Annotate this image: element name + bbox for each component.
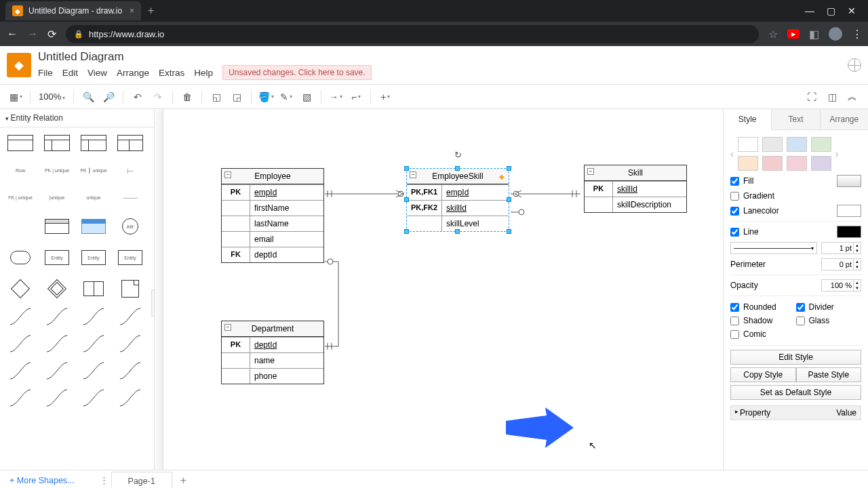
tab-arrange[interactable]: Arrange bbox=[821, 109, 868, 129]
nav-reload-icon[interactable]: ⟳ bbox=[47, 28, 56, 41]
shape-row-label[interactable]: Row bbox=[5, 160, 35, 180]
browser-menu-icon[interactable]: ⋮ bbox=[852, 28, 861, 41]
delete-icon[interactable]: 🗑 bbox=[178, 88, 196, 106]
shadow-label[interactable]: Shadow bbox=[743, 316, 796, 325]
pages-menu-icon[interactable]: ⋮ bbox=[98, 475, 111, 485]
rounded-label[interactable]: Rounded bbox=[743, 302, 796, 312]
property-section-header[interactable]: Property Value bbox=[730, 405, 861, 420]
shape-connector[interactable] bbox=[42, 388, 72, 408]
youtube-extension-icon[interactable]: ▶ bbox=[787, 29, 800, 39]
shape-entity-1[interactable]: Entity bbox=[42, 245, 72, 270]
fill-color-box[interactable] bbox=[837, 175, 861, 187]
swatch-next-icon[interactable]: › bbox=[835, 148, 839, 159]
collapse-icon[interactable]: − bbox=[410, 171, 416, 178]
fill-checkbox[interactable] bbox=[730, 177, 739, 186]
zoom-out-icon[interactable]: 🔎 bbox=[100, 88, 117, 106]
fill-color-icon[interactable]: 🪣 bbox=[257, 88, 275, 106]
glass-checkbox[interactable] bbox=[796, 317, 805, 325]
spinner-up-icon[interactable]: ▲ bbox=[854, 259, 861, 264]
line-label[interactable]: Line bbox=[743, 227, 833, 237]
line-width-input[interactable]: 1 pt bbox=[821, 242, 854, 254]
line-color-box[interactable] bbox=[837, 226, 861, 238]
document-title[interactable]: Untitled Diagram bbox=[38, 50, 372, 64]
paste-style-button[interactable]: Paste Style bbox=[796, 367, 862, 382]
entity-skill[interactable]: −Skill PKskillId skillDescription bbox=[584, 165, 687, 213]
entity-department[interactable]: −Department PKdeptId name phone bbox=[221, 321, 324, 384]
selection-handle[interactable] bbox=[507, 166, 511, 171]
shadow-checkbox[interactable] bbox=[730, 317, 739, 325]
color-swatch[interactable] bbox=[738, 137, 758, 152]
selection-handle[interactable] bbox=[404, 229, 409, 234]
shape-titled-rect-blue[interactable] bbox=[79, 214, 108, 239]
undo-icon[interactable]: ↶ bbox=[129, 88, 146, 106]
color-swatch[interactable] bbox=[738, 156, 758, 171]
swatch-prev-icon[interactable]: ‹ bbox=[730, 148, 734, 159]
copy-style-button[interactable]: Copy Style bbox=[730, 367, 796, 382]
window-minimize-icon[interactable]: — bbox=[805, 5, 814, 16]
shape-titled-rect[interactable] bbox=[42, 214, 72, 239]
shape-connector[interactable] bbox=[115, 306, 145, 327]
shape-cloud[interactable] bbox=[5, 245, 35, 270]
color-swatch[interactable] bbox=[811, 137, 831, 152]
collapse-icon[interactable]: − bbox=[224, 324, 231, 331]
shape-connector[interactable] bbox=[79, 361, 108, 381]
selection-handle[interactable] bbox=[507, 197, 511, 202]
shape-unique[interactable]: unique bbox=[79, 187, 108, 207]
new-tab-button[interactable]: + bbox=[148, 5, 154, 17]
more-shapes-link[interactable]: + More Shapes... bbox=[0, 476, 84, 485]
color-swatch[interactable] bbox=[787, 137, 807, 152]
collapse-icon[interactable]: − bbox=[587, 168, 594, 175]
rotate-handle-icon[interactable]: ↻ bbox=[454, 150, 462, 160]
comic-checkbox[interactable] bbox=[730, 330, 739, 339]
language-globe-icon[interactable] bbox=[848, 58, 861, 72]
spinner-down-icon[interactable]: ▼ bbox=[854, 264, 861, 270]
shape-connector[interactable] bbox=[79, 333, 108, 354]
perimeter-input[interactable]: 0 pt bbox=[821, 258, 854, 270]
shape-connector[interactable] bbox=[42, 361, 72, 381]
rounded-checkbox[interactable] bbox=[730, 303, 739, 312]
shape-connector[interactable] bbox=[5, 388, 35, 408]
spinner-up-icon[interactable]: ▲ bbox=[854, 280, 861, 285]
shape-table-4[interactable] bbox=[115, 133, 145, 153]
shape-connector[interactable] bbox=[115, 361, 145, 381]
color-swatch[interactable] bbox=[762, 137, 783, 152]
shape-multi-rect[interactable] bbox=[79, 277, 108, 301]
shape-entity-2[interactable]: Entity bbox=[79, 245, 108, 270]
to-front-icon[interactable]: ◱ bbox=[208, 88, 225, 106]
bookmark-star-icon[interactable]: ☆ bbox=[768, 28, 778, 41]
shape-entity-3[interactable]: Entity bbox=[115, 245, 145, 270]
shape-table-2[interactable] bbox=[42, 133, 72, 153]
selection-handle[interactable] bbox=[455, 229, 460, 234]
glass-label[interactable]: Glass bbox=[809, 316, 862, 325]
entity-employee[interactable]: −Employee PKempId firstName lastName ema… bbox=[221, 168, 324, 263]
shape-hline[interactable]: ——— bbox=[115, 187, 145, 207]
extension-icon[interactable]: ◧ bbox=[809, 28, 819, 41]
nav-back-icon[interactable]: ← bbox=[7, 28, 18, 40]
format-panel-icon[interactable]: ◫ bbox=[823, 88, 841, 106]
zoom-in-icon[interactable]: 🔍 bbox=[79, 88, 97, 106]
redo-icon[interactable]: ↷ bbox=[149, 88, 167, 106]
menu-file[interactable]: File bbox=[38, 68, 53, 78]
spinner-down-icon[interactable]: ▼ bbox=[854, 248, 861, 253]
menu-edit[interactable]: Edit bbox=[62, 68, 78, 78]
lanecolor-checkbox[interactable] bbox=[730, 207, 739, 216]
edit-style-button[interactable]: Edit Style bbox=[730, 350, 861, 365]
insert-icon[interactable]: + bbox=[376, 88, 394, 106]
fullscreen-icon[interactable]: ⛶ bbox=[803, 88, 821, 106]
shadow-icon[interactable]: ▧ bbox=[298, 88, 315, 106]
menu-view[interactable]: View bbox=[87, 68, 107, 78]
opacity-input[interactable]: 100 % bbox=[821, 279, 854, 291]
shape-diamond-1[interactable] bbox=[5, 277, 35, 301]
add-page-button[interactable]: + bbox=[172, 474, 195, 487]
shape-connector[interactable] bbox=[5, 333, 35, 354]
selection-handle[interactable] bbox=[507, 229, 511, 234]
color-swatch[interactable] bbox=[811, 156, 831, 171]
entity-employeeskill[interactable]: ↻ −EmployeeSkill◆ PK,FK1empId PK,FK2skil… bbox=[406, 168, 509, 232]
line-checkbox[interactable] bbox=[730, 228, 739, 237]
comic-label[interactable]: Comic bbox=[743, 329, 796, 339]
shape-pk-divider[interactable]: PK ║ unique bbox=[79, 160, 108, 180]
line-style-select[interactable] bbox=[730, 242, 817, 254]
view-mode-button[interactable]: ▦ bbox=[7, 88, 24, 106]
shape-pk-unique[interactable]: PK | unique bbox=[42, 160, 72, 180]
menu-help[interactable]: Help bbox=[194, 68, 213, 78]
